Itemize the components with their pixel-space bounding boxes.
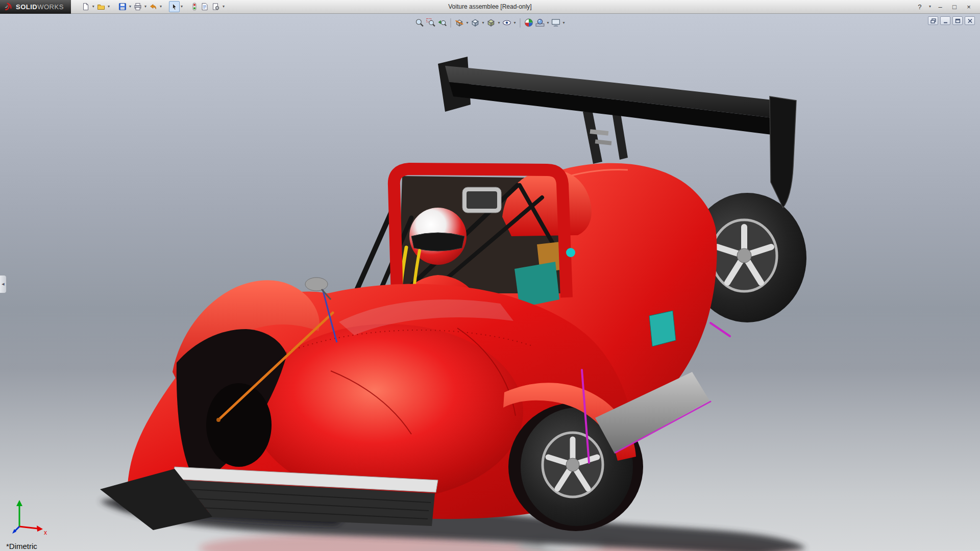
- options-gear-icon: [212, 3, 220, 11]
- window-controls: ? ▾ – □ ×: [914, 1, 980, 12]
- dropdown-caret[interactable]: ▾: [562, 17, 566, 29]
- open-folder-icon: [97, 3, 105, 11]
- undo-button[interactable]: [148, 1, 159, 12]
- dropdown-caret[interactable]: ▾: [465, 17, 469, 29]
- heads-up-toolbar: ▾ ▾ ▾: [411, 16, 569, 30]
- save-floppy-icon: [118, 3, 127, 11]
- display-style-button[interactable]: [485, 17, 496, 29]
- x-axis-label: x: [44, 529, 47, 536]
- dropdown-caret[interactable]: ▾: [128, 1, 132, 12]
- doc-close-button[interactable]: [965, 16, 975, 25]
- new-document-button[interactable]: [80, 1, 91, 12]
- brand-text-light: WORKS: [37, 3, 64, 11]
- file-properties-button[interactable]: [199, 1, 210, 12]
- open-button[interactable]: [95, 1, 107, 12]
- restore-icon: [930, 18, 936, 23]
- doc-restore-button[interactable]: [928, 16, 938, 25]
- print-button[interactable]: [132, 1, 143, 12]
- maximize-button[interactable]: □: [948, 2, 961, 12]
- new-document-icon: [82, 3, 90, 11]
- dropdown-caret[interactable]: ▾: [107, 1, 111, 12]
- dropdown-caret[interactable]: ▾: [222, 1, 226, 12]
- cyan-fitting: [566, 248, 575, 257]
- apply-scene-icon: [535, 18, 545, 28]
- previous-view-button[interactable]: [436, 17, 447, 29]
- options-button[interactable]: [210, 1, 222, 12]
- hide-show-eye-icon: [502, 18, 512, 28]
- doc-minimize-button[interactable]: [940, 16, 950, 25]
- dropdown-caret[interactable]: ▾: [143, 1, 148, 12]
- side-teal-panel: [649, 311, 676, 346]
- helmet-visor: [411, 233, 464, 251]
- dropdown-caret[interactable]: ▾: [91, 1, 95, 12]
- zoom-to-fit-icon: [414, 18, 424, 28]
- dropdown-caret[interactable]: ▾: [481, 17, 485, 29]
- x-axis-arrow: [19, 527, 38, 529]
- toolbar-separator: [520, 18, 521, 28]
- brand-text-bold: SOLID: [16, 3, 37, 11]
- view-settings-icon: [551, 18, 561, 28]
- solidworks-logo-icon: [4, 3, 13, 11]
- file-properties-icon: [201, 3, 209, 11]
- feature-tree-collapse-tab[interactable]: ◀: [0, 275, 7, 293]
- rebuild-button[interactable]: [190, 1, 199, 12]
- graphics-viewport[interactable]: ▾ ▾ ▾: [0, 14, 980, 551]
- undo-arrow-icon: [149, 3, 157, 11]
- dropdown-caret[interactable]: ▾: [159, 1, 163, 12]
- hide-show-items-button[interactable]: [502, 17, 512, 29]
- left-mirror: [305, 278, 328, 291]
- title-bar: SOLIDWORKS ▾ ▾: [0, 0, 980, 14]
- close-icon: [967, 18, 973, 23]
- restore-down-icon: [955, 18, 961, 23]
- help-button[interactable]: ?: [914, 2, 926, 12]
- dropdown-caret[interactable]: ▾: [546, 17, 550, 29]
- main-toolbar: ▾ ▾ ▾: [80, 1, 231, 12]
- edit-appearance-button[interactable]: [524, 17, 534, 29]
- minimize-button[interactable]: –: [934, 2, 946, 12]
- previous-view-icon: [437, 18, 447, 28]
- toolbar-separator: [450, 18, 451, 28]
- print-icon: [134, 3, 142, 11]
- zoom-to-area-icon: [426, 18, 435, 28]
- z-axis-arrow: [15, 527, 19, 531]
- orientation-triad: x: [10, 496, 51, 537]
- dropdown-caret[interactable]: ▾: [928, 1, 932, 12]
- zoom-to-fit-button[interactable]: [414, 17, 425, 29]
- close-button[interactable]: ×: [963, 2, 975, 12]
- rebuild-stoplight-icon: [191, 3, 198, 11]
- display-style-icon: [486, 18, 496, 28]
- solidworks-logo: SOLIDWORKS: [0, 0, 71, 14]
- dropdown-caret[interactable]: ▾: [180, 1, 184, 12]
- save-button[interactable]: [117, 1, 128, 12]
- view-orientation-button[interactable]: [470, 17, 480, 29]
- document-window-controls: [928, 16, 975, 25]
- select-tool-button[interactable]: [169, 1, 180, 12]
- car-model-render[interactable]: [0, 14, 980, 551]
- document-title: Voiture assemblee [Read-only]: [448, 3, 531, 10]
- doc-restore-down-button[interactable]: [952, 16, 963, 25]
- apply-scene-button[interactable]: [535, 17, 546, 29]
- section-view-icon: [454, 18, 464, 28]
- edit-appearance-ball-icon: [524, 18, 534, 28]
- dropdown-caret[interactable]: ▾: [497, 17, 501, 29]
- view-orientation-label: *Dimetric: [6, 542, 37, 550]
- select-cursor-icon: [170, 3, 178, 11]
- section-view-button[interactable]: [454, 17, 464, 29]
- view-settings-button[interactable]: [551, 17, 561, 29]
- zoom-to-area-button[interactable]: [425, 17, 436, 29]
- dropdown-caret[interactable]: ▾: [513, 17, 517, 29]
- view-orientation-cube-icon: [470, 18, 480, 28]
- solidworks-window: SOLIDWORKS ▾ ▾: [0, 0, 980, 551]
- minimize-icon: [943, 18, 948, 23]
